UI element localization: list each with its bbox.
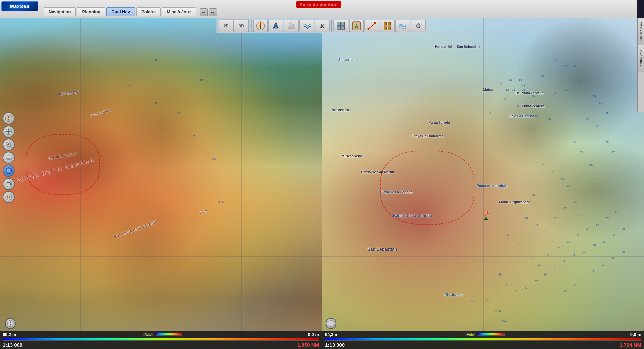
svg-marker-46: [484, 217, 488, 220]
svg-point-6: [273, 27, 279, 29]
svg-rect-19: [384, 22, 387, 25]
left-zoom-info: 1:13 000 1,850 NM: [3, 342, 319, 348]
svg-point-17: [368, 28, 370, 30]
nav-tab-planning[interactable]: Planning: [77, 7, 105, 16]
svg-rect-9: [337, 22, 341, 26]
logo-text: MaxSea: [10, 4, 30, 9]
left-gradient-bar: [3, 338, 319, 341]
top-navigation-bar: MaxSea Perte de position Navigation Plan…: [0, 0, 637, 18]
alert-text: Perte de position: [300, 2, 338, 7]
right-scale-right: 0,0 m: [630, 332, 641, 337]
compass-button[interactable]: [253, 20, 268, 32]
mode-2d-button[interactable]: 2D: [219, 20, 234, 32]
right-zoom-info: 1:13 000 1,724 NM: [325, 342, 641, 348]
svg-point-37: [7, 169, 10, 172]
undo-button[interactable]: ↩: [200, 8, 208, 16]
nav-tab-mise-a-jour[interactable]: Mise à Jour: [162, 7, 196, 16]
sidebar-navigation-label: NAVIGATION: [640, 22, 643, 42]
right-scale-left: 64,3 m: [325, 332, 338, 337]
sidebar-planning-label: PLANNING: [640, 50, 643, 67]
right-auto-badge: Auto: [465, 333, 476, 336]
svg-point-3: [260, 25, 261, 27]
left-map-info: 69,2 m Auto 0,0 m: [3, 332, 319, 337]
boat-center-button[interactable]: [269, 20, 283, 32]
grid-v-1: [80, 18, 81, 349]
wave-button[interactable]: [300, 20, 314, 32]
left-auto-badge: Auto: [143, 333, 153, 336]
svg-rect-20: [388, 22, 391, 25]
right-map-panel[interactable]: San Sebastian Miraconcha Bajo La Báncha …: [322, 18, 644, 349]
marks-button[interactable]: [380, 20, 395, 32]
other-btn[interactable]: [3, 191, 15, 203]
right-sidebar: NAVIGATION PLANNING: [637, 18, 644, 112]
sidebar-tab-navigation[interactable]: NAVIGATION: [638, 18, 644, 45]
tilt-btn[interactable]: [3, 152, 15, 164]
svg-point-18: [374, 22, 376, 24]
left-zoom-label: 1:13 000: [3, 342, 22, 348]
toolbar-separator-2: [331, 20, 332, 32]
layer-btn[interactable]: [3, 165, 15, 177]
svg-rect-12: [341, 26, 345, 30]
route-button[interactable]: [365, 20, 379, 32]
left-map-panel[interactable]: BAHIA DE LA CONCHA Ensenada de la Zurrio…: [0, 18, 322, 349]
settings-button[interactable]: ⚙: [411, 20, 426, 32]
rotate-btn[interactable]: [3, 178, 15, 190]
weather-button[interactable]: [284, 20, 299, 32]
grid-button[interactable]: [334, 20, 348, 32]
svg-rect-15: [354, 28, 359, 29]
mode-3d-button[interactable]: 3D: [234, 20, 249, 32]
boat-marker-right: [483, 210, 487, 214]
svg-rect-8: [288, 27, 295, 29]
left-auto-info: Auto: [142, 333, 183, 336]
left-scale-right: 0,0 m: [308, 332, 319, 337]
right-distance-label: 1,724 NM: [620, 342, 641, 348]
grid-v-3: [241, 18, 241, 349]
left-compass-indicator[interactable]: [5, 318, 16, 329]
svg-rect-10: [341, 22, 345, 26]
svg-line-16: [369, 23, 375, 29]
sidebar-tab-planning[interactable]: PLANNING: [638, 45, 644, 72]
nav-tab-navigation[interactable]: Navigation: [44, 7, 76, 16]
right-color-scale: [478, 333, 505, 336]
nav-tab-dual-nav[interactable]: Dual Nav: [106, 7, 135, 16]
right-grid-v-1: [403, 18, 403, 349]
left-scale-bar: 69,2 m Auto 0,0 m 1:13 000 1,850 NM: [0, 331, 322, 349]
svg-line-31: [10, 146, 12, 148]
right-grid-v-2: [483, 18, 484, 349]
left-scale-left: 69,2 m: [3, 332, 16, 337]
redo-button[interactable]: ↪: [209, 8, 217, 16]
app-logo: MaxSea: [1, 1, 38, 11]
r-button[interactable]: R: [315, 20, 330, 32]
current-button[interactable]: [395, 20, 410, 32]
svg-point-40: [6, 194, 12, 200]
toolbar-separator-1: [251, 20, 252, 32]
nav-tab-polaire[interactable]: Polaire: [136, 7, 161, 16]
left-color-scale: [156, 333, 182, 336]
svg-rect-22: [388, 27, 391, 29]
svg-point-42: [9, 196, 10, 198]
right-compass-indicator[interactable]: [326, 318, 336, 329]
right-zoom-label: 1:13 000: [325, 342, 345, 348]
compass-nav-btn[interactable]: [3, 112, 15, 124]
svg-point-35: [6, 156, 11, 158]
left-distance-label: 1,850 NM: [297, 342, 319, 348]
zoom-pan-btn[interactable]: [3, 126, 15, 138]
alert-bar: Perte de position: [296, 1, 341, 8]
svg-rect-11: [337, 26, 341, 30]
right-grid-v-3: [564, 18, 564, 349]
left-nav-controls: [3, 112, 15, 203]
main-toolbar: 2D 3D R: [217, 18, 428, 33]
zoom-btn-2[interactable]: [3, 139, 15, 151]
right-scale-bar: 64,3 m Auto 0,0 m 1:13 000 1,724 NM: [322, 331, 644, 349]
right-map-info: 64,3 m Auto 0,0 m: [325, 332, 641, 337]
svg-point-41: [7, 196, 8, 198]
right-auto-info: Auto: [464, 333, 505, 336]
svg-rect-21: [384, 27, 387, 29]
grid-v-2: [161, 18, 161, 349]
map-container: BAHIA DE LA CONCHA Ensenada de la Zurrio…: [0, 18, 644, 349]
right-gradient-bar: [325, 338, 641, 341]
land-button[interactable]: [349, 20, 364, 32]
